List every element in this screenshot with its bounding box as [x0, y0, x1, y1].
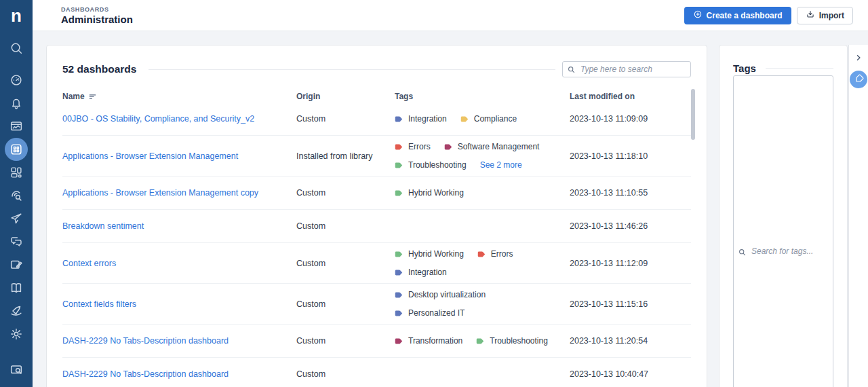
tag-icon	[477, 251, 486, 258]
sidebar-item-remote-actions[interactable]	[5, 358, 28, 382]
table-row: Context errorsCustomHybrid WorkingErrors…	[62, 243, 691, 284]
dashboards-card: 52 dashboards NameOriginTagsLast modifie…	[46, 45, 707, 387]
column-header-tags: Tags	[395, 92, 570, 101]
tag-icon	[476, 337, 485, 345]
tag-chip: Troubleshooting	[395, 160, 467, 170]
app-logo[interactable]: n	[0, 0, 33, 31]
gear-icon	[9, 327, 24, 342]
page-heading: DASHBOARDS Administration	[61, 6, 133, 25]
monitor-search-icon	[9, 363, 24, 377]
name-cell: DASH-2229 No Tabs-Description dashboard	[62, 369, 296, 379]
sidebar-item-library[interactable]	[5, 276, 28, 299]
sidebar-item-engage[interactable]	[5, 230, 28, 253]
name-cell: Context fields filters	[62, 299, 296, 309]
collapse-panel-button[interactable]	[852, 52, 865, 65]
name-cell: Breakdown sentiment	[62, 221, 296, 231]
column-header-modified: Last modified on	[570, 92, 691, 101]
modified-cell: 2023-10-13 11:12:09	[570, 259, 691, 268]
sidebar-item-dashboards[interactable]	[5, 138, 28, 161]
table-row: DASH-2229 No Tabs-Description dashboardC…	[62, 358, 691, 387]
column-header-origin: Origin	[296, 92, 395, 101]
header-divider	[149, 69, 555, 70]
tags-search	[733, 244, 833, 256]
tag-chip: Personalized IT	[395, 308, 465, 318]
origin-cell: Custom	[296, 188, 395, 198]
table-row: Applications - Browser Extension Managem…	[62, 136, 691, 177]
tag-icon	[395, 162, 403, 169]
tags-cell: Hybrid Working	[395, 188, 570, 198]
tags-search-input[interactable]	[733, 75, 833, 387]
tag-icon	[395, 115, 403, 123]
blocks-icon	[9, 165, 24, 180]
sidebar-item-monitoring[interactable]	[5, 115, 28, 138]
tags-panel: Tags Untagged CollaborationComplianceCom…	[719, 45, 848, 387]
dashboard-link[interactable]: DASH-2229 No Tabs-Description dashboard	[62, 369, 239, 379]
table-body: 00JBO - OS Stability, Compliance, and Se…	[62, 103, 691, 387]
tag-chip: Integration	[395, 114, 447, 124]
create-dashboard-button[interactable]: Create a dashboard	[684, 7, 791, 24]
dashboard-link[interactable]: Breakdown sentiment	[62, 221, 155, 231]
dashboards-search-input[interactable]	[562, 61, 691, 77]
search-icon	[567, 64, 576, 77]
dashboard-link[interactable]: Applications - Browser Extension Managem…	[62, 188, 269, 198]
sidebar-item-alerts[interactable]	[5, 92, 28, 115]
tag-icon	[444, 143, 453, 151]
table-row: Breakdown sentimentCustom2023-10-13 11:4…	[62, 210, 691, 243]
import-button[interactable]: Import	[797, 7, 853, 24]
dashboard-link[interactable]: 00JBO - OS Stability, Compliance, and Se…	[62, 114, 265, 124]
sidebar-item-settings[interactable]	[5, 322, 28, 346]
dashboards-search	[562, 61, 691, 77]
book-icon	[9, 280, 24, 295]
tag-icon	[395, 269, 403, 276]
dashboard-link[interactable]: Context fields filters	[62, 299, 147, 309]
table-row: Applications - Browser Extension Managem…	[62, 177, 691, 210]
sidebar-item-applications[interactable]	[5, 161, 28, 184]
tag-chip: Transformation	[395, 336, 462, 346]
page-title: Administration	[61, 14, 133, 25]
table-scrollbar-thumb[interactable]	[691, 89, 695, 140]
dashboard-link[interactable]: Context errors	[62, 259, 127, 268]
modified-cell: 2023-10-13 11:20:54	[570, 336, 691, 346]
name-cell: Applications - Browser Extension Managem…	[62, 151, 296, 161]
import-icon	[806, 10, 815, 21]
table-header: NameOriginTagsLast modified on	[62, 90, 691, 103]
table-row: Context fields filtersCustomDesktop virt…	[62, 284, 691, 325]
tags-toggle-button[interactable]	[850, 71, 867, 88]
origin-cell: Custom	[296, 299, 395, 309]
dashboard-link[interactable]: DASH-2229 No Tabs-Description dashboard	[62, 336, 239, 346]
tag-icon	[395, 291, 403, 299]
tag-chip: Compliance	[460, 114, 517, 124]
tag-icon	[395, 337, 403, 345]
dashboards-grid-icon	[9, 142, 24, 157]
column-header-name[interactable]: Name	[62, 92, 296, 101]
name-cell: DASH-2229 No Tabs-Description dashboard	[62, 336, 296, 346]
sidebar-item-content[interactable]	[5, 253, 28, 276]
tags-panel-title: Tags	[733, 62, 756, 74]
search-icon	[738, 247, 747, 259]
origin-cell: Custom	[296, 369, 395, 379]
tag-icon	[395, 310, 403, 317]
chevron-right-icon	[854, 52, 863, 64]
modified-cell: 2023-10-13 11:10:55	[570, 188, 691, 198]
origin-cell: Custom	[296, 221, 395, 231]
gauge-icon	[9, 73, 24, 88]
tag-chip: Hybrid Working	[395, 188, 464, 198]
sidebar-item-search[interactable]	[5, 37, 28, 60]
sidebar-item-overview-gauge[interactable]	[5, 69, 28, 92]
sidebar-item-campaigns[interactable]	[5, 207, 28, 230]
tags-cell: Desktop virtualizationPersonalized IT	[395, 290, 570, 318]
tag-icon	[395, 189, 403, 197]
dashboard-link[interactable]: Applications - Browser Extension Managem…	[62, 151, 249, 161]
chat-bubbles-icon	[9, 234, 24, 249]
sidebar-nav	[0, 31, 33, 387]
tag-icon	[460, 115, 469, 123]
tags-cell: IntegrationCompliance	[395, 114, 570, 124]
sort-icon	[88, 92, 97, 101]
right-rail	[848, 45, 868, 387]
search-icon	[9, 41, 24, 56]
sidebar-item-amplify[interactable]	[5, 299, 28, 322]
sidebar-item-diagnostics[interactable]	[5, 184, 28, 207]
dashboards-card-header: 52 dashboards	[62, 60, 691, 78]
see-more-link[interactable]: See 2 more	[480, 160, 522, 170]
tags-cell: ErrorsSoftware ManagementTroubleshooting…	[395, 142, 570, 170]
